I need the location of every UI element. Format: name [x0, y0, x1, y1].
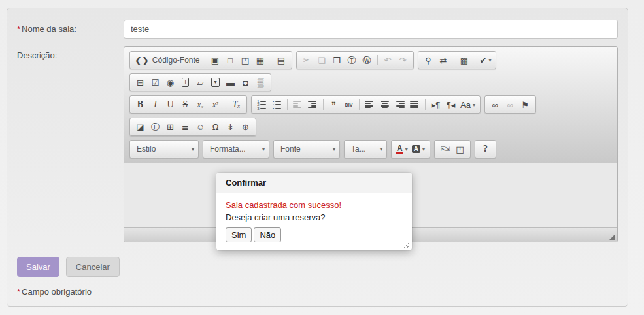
font-select[interactable]: Fonte▾	[277, 142, 337, 156]
align-justify-icon	[410, 101, 420, 109]
print-button[interactable]: ▦	[253, 53, 268, 67]
form-button-button[interactable]: ▬	[223, 75, 238, 90]
preview-button[interactable]: ◰	[238, 53, 253, 67]
align-justify-button[interactable]	[407, 97, 422, 112]
toolbar-group: ?	[475, 140, 496, 158]
paste-from-word-icon: Ⓦ	[363, 56, 371, 65]
paste-as-text-button[interactable]: Ⓣ	[345, 53, 360, 67]
decrease-indent-button	[290, 97, 305, 112]
form-button-icon: ▬	[226, 78, 235, 87]
superscript-button[interactable]: x²	[208, 97, 223, 112]
maximize-button[interactable]: ⇱⇲	[437, 142, 452, 156]
checkbox-button[interactable]: ☑	[148, 75, 163, 90]
anchor-button[interactable]: ⚑	[518, 97, 533, 112]
room-name-input[interactable]	[124, 20, 618, 39]
help-button[interactable]: ?	[478, 142, 493, 156]
increase-indent-button[interactable]	[305, 97, 320, 112]
blockquote-icon: ❞	[331, 101, 336, 109]
strikethrough-button[interactable]: S	[178, 97, 193, 112]
text-field-button[interactable]: I	[178, 75, 193, 90]
find-button[interactable]: ⚲	[421, 53, 436, 67]
align-right-icon	[395, 101, 405, 109]
blockquote-button[interactable]: ❞	[326, 97, 341, 112]
font-size-select[interactable]: Ta...▾	[347, 142, 384, 156]
numbered-list-button[interactable]: 123	[254, 97, 269, 112]
save-icon: ▣	[211, 56, 219, 65]
toolbar-separator	[287, 99, 288, 110]
flash-button[interactable]: Ⓕ	[148, 120, 163, 134]
source-code-button[interactable]: ❮❯Código-Fonte	[133, 53, 202, 67]
link-button[interactable]: ∞	[488, 97, 503, 112]
copy-icon: ❏	[318, 56, 326, 65]
remove-format-button[interactable]: Tₓ	[229, 97, 244, 112]
text-direction-ltr-button[interactable]: ▸¶	[428, 97, 443, 112]
textarea-button[interactable]: ▱	[193, 75, 208, 90]
format-select[interactable]: Formata...▾	[206, 142, 266, 156]
format-select-label: Formata...	[210, 144, 246, 154]
new-page-button[interactable]: □	[223, 53, 238, 67]
div-container-button[interactable]: DIV	[341, 97, 356, 112]
copy-button: ❏	[314, 53, 330, 67]
editor-toolbar: ❮❯Código-Fonte▣□◰▦▤✂❏❒ⓉⓌ↶↷⚲⇄▩✔⊟☑◉I▱▾▬◘▒B…	[124, 47, 617, 163]
dialog-buttons: Sim Não	[226, 227, 403, 242]
styles-select[interactable]: Estilo▾	[133, 142, 195, 156]
replace-button[interactable]: ⇄	[436, 53, 451, 67]
dialog-title: Confirmar	[216, 173, 412, 193]
iframe-button[interactable]: ⊕	[238, 120, 253, 134]
cut-button: ✂	[299, 53, 314, 67]
cancel-button[interactable]: Cancelar	[66, 257, 120, 277]
text-direction-rtl-button[interactable]: ¶◂	[443, 97, 458, 112]
underline-button[interactable]: U	[163, 97, 178, 112]
align-center-icon	[380, 101, 390, 109]
page-break-button[interactable]: ↡	[223, 120, 238, 134]
show-blocks-button[interactable]: ◳	[452, 142, 467, 156]
hidden-field-button[interactable]: ▒	[253, 75, 268, 90]
form-button[interactable]: ⊟	[133, 75, 148, 90]
bold-button[interactable]: B	[133, 97, 148, 112]
italic-button[interactable]: I	[148, 97, 163, 112]
unlink-button: ∞	[503, 97, 518, 112]
image-button[interactable]: ◪	[133, 120, 148, 134]
paste-from-word-button[interactable]: Ⓦ	[360, 53, 375, 67]
align-center-button[interactable]	[377, 97, 392, 112]
image-button-button[interactable]: ◘	[238, 75, 253, 90]
paste-button[interactable]: ❒	[330, 53, 345, 67]
editor-resize-handle[interactable]	[609, 234, 615, 240]
superscript-icon: x²	[212, 101, 218, 108]
chevron-down-icon: ▾	[262, 146, 265, 152]
toolbar-group: BIUSx₂x²Tₓ	[129, 95, 247, 114]
language-button[interactable]: Aa	[458, 97, 477, 112]
save-button[interactable]: ▣	[208, 53, 223, 67]
toolbar-group: ◪Ⓕ⊞≣☺Ω↡⊕	[129, 118, 256, 136]
toolbar-separator	[205, 55, 205, 65]
page: *Nome da sala: Descrição: ❮❯Código-Fonte…	[0, 0, 644, 315]
align-right-button[interactable]	[392, 97, 407, 112]
background-color-button[interactable]: A	[410, 142, 427, 156]
select-all-button[interactable]: ▩	[457, 53, 472, 67]
table-button[interactable]: ⊞	[163, 120, 178, 134]
smiley-button[interactable]: ☺	[193, 120, 208, 134]
templates-button[interactable]: ▤	[274, 53, 289, 67]
language-icon: Aa	[460, 101, 471, 109]
hidden-field-icon: ▒	[258, 78, 263, 87]
no-button[interactable]: Não	[254, 227, 281, 242]
iframe-icon: ⊕	[242, 123, 249, 131]
save-button[interactable]: Salvar	[17, 257, 59, 277]
yes-button[interactable]: Sim	[226, 227, 252, 242]
text-color-button[interactable]: A	[394, 142, 410, 156]
bold-icon: B	[137, 100, 143, 109]
table-icon: ⊞	[167, 123, 174, 131]
subscript-button[interactable]: x₂	[193, 97, 208, 112]
select-field-button[interactable]: ▾	[208, 75, 223, 90]
align-left-button[interactable]	[362, 97, 377, 112]
undo-button: ↶	[381, 53, 396, 67]
spell-check-button[interactable]: ✔	[478, 53, 494, 67]
special-character-button[interactable]: Ω	[208, 120, 223, 134]
radio-button-button[interactable]: ◉	[163, 75, 178, 90]
chevron-down-icon: ▾	[380, 146, 382, 152]
form-actions: Salvar Cancelar	[17, 257, 618, 277]
description-label: Descrição:	[17, 46, 124, 242]
redo-button: ↷	[396, 53, 411, 67]
horizontal-line-button[interactable]: ≣	[178, 120, 193, 134]
bulleted-list-button[interactable]: •••	[269, 97, 284, 112]
